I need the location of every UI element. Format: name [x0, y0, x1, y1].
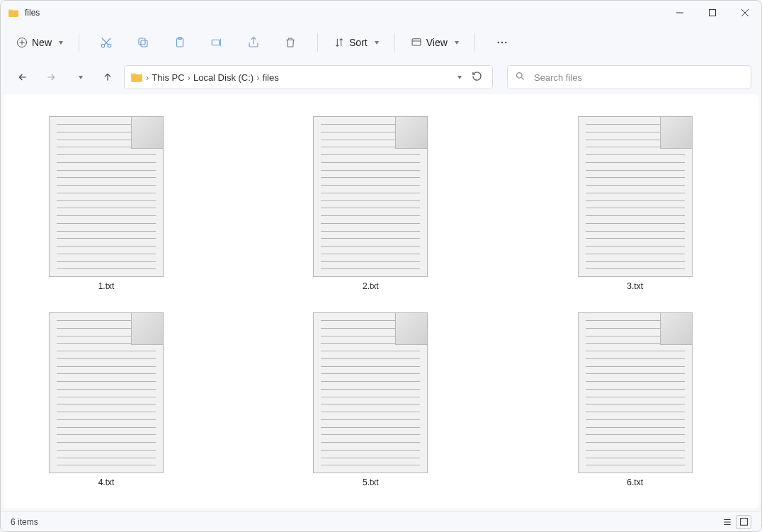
- more-button[interactable]: [488, 30, 516, 55]
- separator: [317, 33, 318, 52]
- search-input[interactable]: [533, 72, 744, 84]
- breadcrumb-segment[interactable]: Local Disk (C:): [193, 72, 254, 83]
- chevron-down-icon[interactable]: [455, 76, 462, 79]
- svg-rect-9: [412, 39, 421, 45]
- delete-button[interactable]: [276, 30, 305, 55]
- chevron-right-icon: ›: [188, 72, 190, 83]
- status-bar: 6 items: [1, 511, 761, 531]
- file-label: 6.txt: [627, 477, 643, 487]
- maximize-button[interactable]: [696, 1, 729, 25]
- file-area[interactable]: 1.txt2.txt3.txt4.txt5.txt6.txt: [4, 94, 758, 509]
- toolbar: New Sort View: [1, 25, 761, 60]
- svg-rect-4: [141, 40, 147, 47]
- txt-file-icon: [313, 116, 428, 277]
- svg-rect-0: [710, 10, 716, 16]
- file-item[interactable]: 1.txt: [46, 114, 166, 293]
- svg-point-3: [108, 44, 111, 47]
- window-title: files: [25, 8, 40, 18]
- status-text: 6 items: [11, 517, 38, 527]
- paste-button[interactable]: [166, 30, 194, 55]
- cut-button[interactable]: [92, 30, 120, 55]
- nav-bar: › This PC › Local Disk (C:) › files: [1, 60, 761, 94]
- svg-point-13: [517, 73, 523, 79]
- copy-button[interactable]: [129, 30, 157, 55]
- address-bar[interactable]: › This PC › Local Disk (C:) › files: [124, 65, 493, 89]
- close-button[interactable]: [729, 1, 761, 25]
- breadcrumb-segment[interactable]: This PC: [152, 72, 184, 83]
- minimize-button[interactable]: [664, 1, 696, 25]
- txt-file-icon: [49, 312, 164, 473]
- refresh-button[interactable]: [472, 71, 482, 84]
- search-box[interactable]: [507, 65, 751, 89]
- txt-file-icon: [578, 116, 693, 277]
- chevron-down-icon: [455, 41, 459, 45]
- back-button[interactable]: [11, 65, 35, 89]
- folder-icon: [130, 71, 143, 84]
- svg-point-2: [101, 44, 105, 47]
- file-item[interactable]: 4.txt: [46, 310, 166, 489]
- file-item[interactable]: 5.txt: [310, 310, 431, 489]
- chevron-down-icon: [375, 41, 379, 45]
- svg-point-11: [501, 42, 503, 43]
- txt-file-icon: [313, 312, 428, 473]
- sort-label: Sort: [349, 37, 368, 48]
- icons-view-button[interactable]: [736, 515, 751, 529]
- txt-file-icon: [578, 312, 693, 473]
- share-button[interactable]: [239, 30, 268, 55]
- separator: [474, 33, 475, 52]
- file-label: 1.txt: [98, 281, 115, 291]
- new-button[interactable]: New: [11, 34, 69, 51]
- chevron-down-icon: [59, 41, 63, 45]
- separator: [79, 33, 79, 52]
- search-icon: [515, 71, 525, 84]
- chevron-right-icon: ›: [146, 72, 149, 83]
- svg-rect-8: [212, 40, 220, 45]
- details-view-button[interactable]: [720, 515, 735, 529]
- breadcrumb-segment[interactable]: files: [263, 72, 279, 83]
- file-item[interactable]: 6.txt: [575, 310, 695, 489]
- title-bar: files: [1, 1, 761, 25]
- file-item[interactable]: 2.txt: [310, 114, 431, 293]
- chevron-right-icon: ›: [256, 72, 259, 83]
- view-button[interactable]: View: [405, 34, 465, 51]
- svg-point-12: [505, 42, 506, 43]
- txt-file-icon: [49, 116, 164, 277]
- svg-rect-14: [740, 519, 747, 526]
- recent-locations-button[interactable]: [67, 65, 91, 89]
- view-label: View: [426, 37, 448, 48]
- rename-button[interactable]: [203, 30, 231, 55]
- file-item[interactable]: 3.txt: [575, 114, 695, 293]
- svg-rect-5: [139, 38, 145, 45]
- sort-button[interactable]: Sort: [328, 34, 385, 51]
- up-button[interactable]: [96, 65, 120, 89]
- separator: [394, 33, 395, 52]
- folder-icon: [8, 7, 19, 18]
- forward-button[interactable]: [39, 65, 63, 89]
- file-label: 3.txt: [627, 281, 643, 291]
- chevron-down-icon: [79, 76, 83, 79]
- file-label: 4.txt: [98, 477, 115, 487]
- new-label: New: [32, 37, 52, 48]
- file-label: 2.txt: [363, 281, 379, 291]
- file-label: 5.txt: [363, 477, 379, 487]
- svg-point-10: [497, 42, 499, 43]
